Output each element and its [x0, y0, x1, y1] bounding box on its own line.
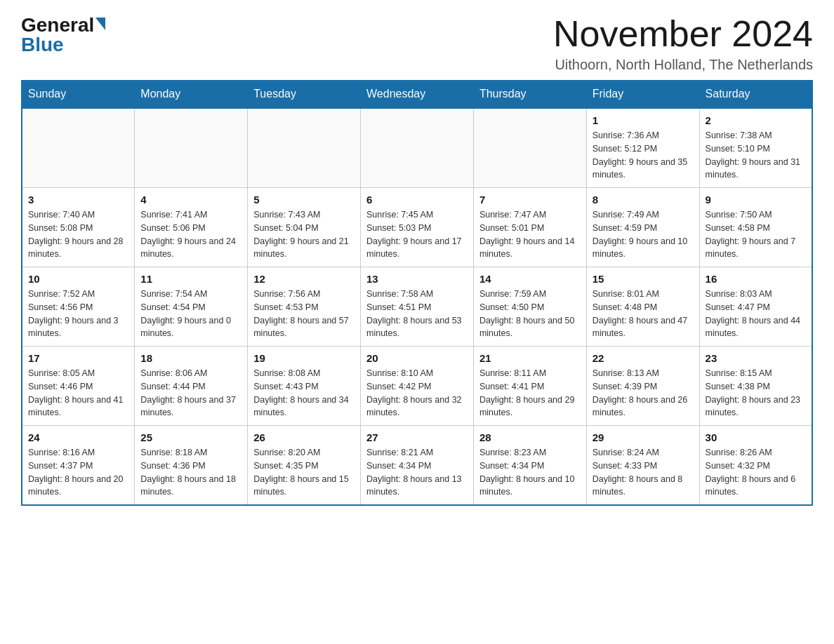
day-number: 19: [253, 352, 355, 364]
calendar-day-cell: 15Sunrise: 8:01 AMSunset: 4:48 PMDayligh…: [586, 267, 699, 347]
day-info: Sunrise: 7:36 AMSunset: 5:12 PMDaylight:…: [593, 129, 694, 182]
day-number: 21: [479, 352, 581, 364]
calendar-week-row: 24Sunrise: 8:16 AMSunset: 4:37 PMDayligh…: [22, 426, 812, 506]
day-info: Sunrise: 7:58 AMSunset: 4:51 PMDaylight:…: [366, 288, 468, 340]
calendar-week-row: 1Sunrise: 7:36 AMSunset: 5:12 PMDaylight…: [22, 108, 812, 188]
day-info: Sunrise: 7:50 AMSunset: 4:58 PMDaylight:…: [706, 208, 806, 261]
calendar-day-cell: 7Sunrise: 7:47 AMSunset: 5:01 PMDaylight…: [473, 188, 586, 267]
calendar-week-row: 10Sunrise: 7:52 AMSunset: 4:56 PMDayligh…: [22, 267, 812, 347]
calendar-body: 1Sunrise: 7:36 AMSunset: 5:12 PMDaylight…: [22, 108, 812, 505]
day-number: 5: [253, 194, 355, 206]
calendar-day-cell: 30Sunrise: 8:26 AMSunset: 4:32 PMDayligh…: [699, 426, 812, 506]
calendar-day-cell: 19Sunrise: 8:08 AMSunset: 4:43 PMDayligh…: [248, 347, 361, 426]
day-of-week-header: Monday: [135, 81, 248, 109]
title-block: November 2024 Uithoorn, North Holland, T…: [553, 14, 813, 73]
day-info: Sunrise: 7:56 AMSunset: 4:53 PMDaylight:…: [253, 288, 355, 340]
calendar-day-cell: 25Sunrise: 8:18 AMSunset: 4:36 PMDayligh…: [135, 426, 248, 506]
calendar-day-cell: 12Sunrise: 7:56 AMSunset: 4:53 PMDayligh…: [248, 267, 361, 347]
day-info: Sunrise: 7:38 AMSunset: 5:10 PMDaylight:…: [706, 129, 806, 182]
day-number: 14: [479, 273, 581, 285]
day-of-week-header: Sunday: [22, 81, 135, 109]
day-number: 13: [366, 273, 468, 285]
month-title: November 2024: [553, 14, 813, 54]
day-number: 11: [140, 273, 241, 285]
calendar-day-cell: 16Sunrise: 8:03 AMSunset: 4:47 PMDayligh…: [699, 267, 812, 347]
calendar-day-cell: [248, 108, 361, 188]
calendar-day-cell: [361, 108, 474, 188]
day-of-week-header: Wednesday: [361, 81, 474, 109]
day-of-week-header: Thursday: [473, 81, 586, 109]
calendar-day-cell: [473, 108, 586, 188]
day-number: 23: [706, 352, 806, 364]
calendar-day-cell: 17Sunrise: 8:05 AMSunset: 4:46 PMDayligh…: [22, 347, 135, 426]
day-info: Sunrise: 7:45 AMSunset: 5:03 PMDaylight:…: [366, 208, 468, 261]
day-number: 26: [253, 431, 355, 443]
day-info: Sunrise: 7:54 AMSunset: 4:54 PMDaylight:…: [140, 288, 241, 340]
day-number: 17: [28, 352, 128, 364]
calendar-week-row: 17Sunrise: 8:05 AMSunset: 4:46 PMDayligh…: [22, 347, 812, 426]
day-info: Sunrise: 8:13 AMSunset: 4:39 PMDaylight:…: [593, 367, 694, 420]
day-of-week-header: Tuesday: [248, 81, 361, 109]
day-of-week-header: Friday: [586, 81, 699, 109]
day-number: 4: [140, 194, 241, 206]
calendar-day-cell: 8Sunrise: 7:49 AMSunset: 4:59 PMDaylight…: [586, 188, 699, 267]
day-number: 16: [706, 273, 806, 285]
day-info: Sunrise: 7:49 AMSunset: 4:59 PMDaylight:…: [593, 208, 694, 261]
day-info: Sunrise: 8:05 AMSunset: 4:46 PMDaylight:…: [28, 367, 128, 420]
calendar-day-cell: 29Sunrise: 8:24 AMSunset: 4:33 PMDayligh…: [586, 426, 699, 506]
calendar-header-row: SundayMondayTuesdayWednesdayThursdayFrid…: [22, 81, 812, 109]
day-number: 28: [479, 431, 581, 443]
day-info: Sunrise: 8:08 AMSunset: 4:43 PMDaylight:…: [253, 367, 355, 420]
calendar-day-cell: 28Sunrise: 8:23 AMSunset: 4:34 PMDayligh…: [473, 426, 586, 506]
calendar-day-cell: 4Sunrise: 7:41 AMSunset: 5:06 PMDaylight…: [135, 188, 248, 267]
day-info: Sunrise: 7:43 AMSunset: 5:04 PMDaylight:…: [253, 208, 355, 261]
calendar-day-cell: 1Sunrise: 7:36 AMSunset: 5:12 PMDaylight…: [586, 108, 699, 188]
day-number: 29: [593, 431, 694, 443]
day-number: 25: [140, 431, 241, 443]
day-number: 27: [366, 431, 468, 443]
day-number: 15: [593, 273, 694, 285]
day-number: 2: [706, 114, 806, 126]
calendar-day-cell: 24Sunrise: 8:16 AMSunset: 4:37 PMDayligh…: [22, 426, 135, 506]
calendar-table: SundayMondayTuesdayWednesdayThursdayFrid…: [21, 80, 813, 506]
day-info: Sunrise: 8:03 AMSunset: 4:47 PMDaylight:…: [706, 288, 806, 340]
day-info: Sunrise: 8:18 AMSunset: 4:36 PMDaylight:…: [140, 446, 241, 499]
calendar-day-cell: 5Sunrise: 7:43 AMSunset: 5:04 PMDaylight…: [248, 188, 361, 267]
calendar-day-cell: 27Sunrise: 8:21 AMSunset: 4:34 PMDayligh…: [361, 426, 474, 506]
day-number: 3: [28, 194, 128, 206]
day-number: 12: [253, 273, 355, 285]
day-info: Sunrise: 8:23 AMSunset: 4:34 PMDaylight:…: [479, 446, 581, 499]
logo-blue-text: Blue: [21, 34, 64, 56]
day-info: Sunrise: 8:06 AMSunset: 4:44 PMDaylight:…: [140, 367, 241, 420]
calendar-day-cell: 3Sunrise: 7:40 AMSunset: 5:08 PMDaylight…: [22, 188, 135, 267]
calendar-day-cell: 14Sunrise: 7:59 AMSunset: 4:50 PMDayligh…: [473, 267, 586, 347]
day-info: Sunrise: 8:26 AMSunset: 4:32 PMDaylight:…: [706, 446, 806, 499]
calendar-week-row: 3Sunrise: 7:40 AMSunset: 5:08 PMDaylight…: [22, 188, 812, 267]
calendar-day-cell: 18Sunrise: 8:06 AMSunset: 4:44 PMDayligh…: [135, 347, 248, 426]
day-info: Sunrise: 7:41 AMSunset: 5:06 PMDaylight:…: [140, 208, 241, 261]
calendar-day-cell: 6Sunrise: 7:45 AMSunset: 5:03 PMDaylight…: [361, 188, 474, 267]
day-number: 22: [593, 352, 694, 364]
page-header: General Blue November 2024 Uithoorn, Nor…: [21, 14, 813, 73]
day-number: 10: [28, 273, 128, 285]
day-info: Sunrise: 7:59 AMSunset: 4:50 PMDaylight:…: [479, 288, 581, 340]
day-number: 24: [28, 431, 128, 443]
day-info: Sunrise: 8:24 AMSunset: 4:33 PMDaylight:…: [593, 446, 694, 499]
calendar-day-cell: 11Sunrise: 7:54 AMSunset: 4:54 PMDayligh…: [135, 267, 248, 347]
calendar-day-cell: [22, 108, 135, 188]
day-number: 30: [706, 431, 806, 443]
day-info: Sunrise: 7:52 AMSunset: 4:56 PMDaylight:…: [28, 288, 128, 340]
day-info: Sunrise: 8:01 AMSunset: 4:48 PMDaylight:…: [593, 288, 694, 340]
calendar-day-cell: 13Sunrise: 7:58 AMSunset: 4:51 PMDayligh…: [361, 267, 474, 347]
calendar-day-cell: 22Sunrise: 8:13 AMSunset: 4:39 PMDayligh…: [586, 347, 699, 426]
day-info: Sunrise: 8:21 AMSunset: 4:34 PMDaylight:…: [366, 446, 468, 499]
location-subtitle: Uithoorn, North Holland, The Netherlands: [553, 57, 813, 73]
logo-arrow-icon: [95, 18, 105, 30]
day-number: 9: [706, 194, 806, 206]
calendar-day-cell: 9Sunrise: 7:50 AMSunset: 4:58 PMDaylight…: [699, 188, 812, 267]
day-info: Sunrise: 8:16 AMSunset: 4:37 PMDaylight:…: [28, 446, 128, 499]
day-info: Sunrise: 7:40 AMSunset: 5:08 PMDaylight:…: [28, 208, 128, 261]
calendar-header: SundayMondayTuesdayWednesdayThursdayFrid…: [22, 81, 812, 109]
day-number: 18: [140, 352, 241, 364]
day-number: 6: [366, 194, 468, 206]
